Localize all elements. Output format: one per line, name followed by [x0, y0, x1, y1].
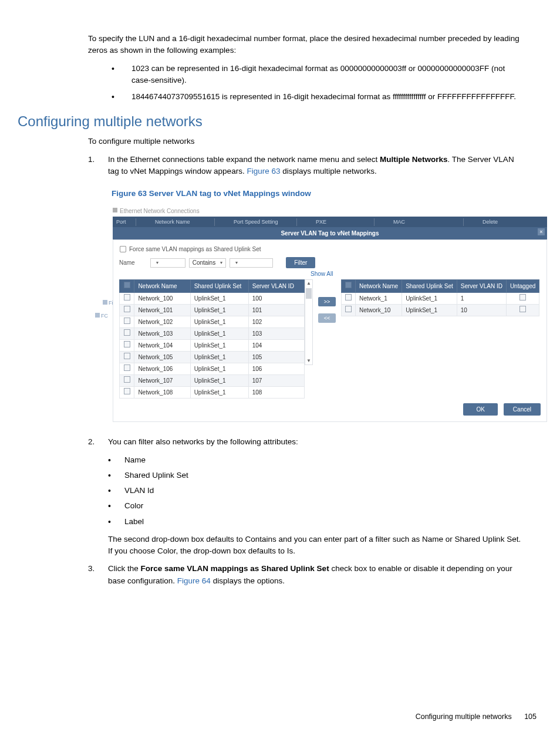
table-row[interactable]: Network_100UplinkSet_1100	[120, 293, 305, 305]
cell-network: Network_103	[134, 328, 190, 340]
step-text: You can filter also networks by the foll…	[108, 437, 298, 446]
col-server-vlan[interactable]: Server VLAN ID	[248, 280, 304, 293]
scroll-down-icon[interactable]: ▼	[306, 357, 311, 364]
cell-vlan: 108	[248, 387, 304, 399]
filter-button[interactable]: Filter	[286, 257, 315, 268]
mappings-panel: Force same VLAN mappings as Shared Uplin…	[113, 239, 547, 422]
cell-network: Network_108	[134, 387, 190, 399]
col-mac[interactable]: MAC	[393, 218, 464, 227]
step-bold: Multiple Networks	[380, 155, 448, 164]
filter-operator-select[interactable]: Contains	[189, 258, 226, 268]
filter-name-label: Name	[119, 258, 135, 267]
available-networks-table: Network Name Shared Uplink Set Server VL…	[119, 279, 305, 399]
col-delete[interactable]: Delete	[483, 218, 512, 227]
row-checkbox[interactable]	[124, 376, 130, 383]
col-shared-uplink[interactable]: Shared Uplink Set	[190, 280, 248, 293]
step-3: Click the Force same VLAN mappings as Sh…	[88, 563, 525, 587]
figure-link[interactable]: Figure 64	[177, 576, 211, 585]
filter-row: Name Contains Filter	[119, 257, 541, 268]
cell-uplink: UplinkSet_1	[190, 305, 248, 316]
row-checkbox[interactable]	[124, 388, 130, 394]
untagged-checkbox[interactable]	[519, 294, 526, 301]
step-tail: The second drop-down box defaults to Con…	[108, 534, 525, 558]
step-text: Click the	[108, 564, 141, 573]
cell-uplink: UplinkSet_1	[402, 293, 457, 305]
table-row[interactable]: Network_102UplinkSet_1102	[120, 316, 305, 328]
select-all-right[interactable]	[342, 280, 356, 293]
cancel-button[interactable]: Cancel	[504, 403, 541, 416]
col-network-name[interactable]: Network Name	[356, 280, 402, 293]
untagged-checkbox[interactable]	[519, 306, 526, 312]
cell-vlan: 10	[457, 305, 506, 316]
list-item: Label	[108, 516, 513, 528]
filter-value-input[interactable]	[230, 258, 273, 268]
force-vlan-row: Force same VLAN mappings as Shared Uplin…	[119, 245, 541, 254]
cell-uplink: UplinkSet_1	[190, 375, 248, 387]
force-vlan-checkbox[interactable]	[120, 246, 126, 252]
dialog-buttons: OK Cancel	[119, 403, 541, 416]
figure-link[interactable]: Figure 63	[247, 167, 280, 175]
table-row[interactable]: Network_103UplinkSet_1103	[120, 328, 305, 340]
steps-list: In the Ethernet connections table expand…	[88, 154, 525, 178]
ok-button[interactable]: OK	[463, 403, 497, 416]
row-checkbox[interactable]	[124, 294, 130, 301]
select-all-left[interactable]	[120, 280, 134, 293]
table-row[interactable]: Network_10UplinkSet_110	[342, 305, 539, 316]
row-checkbox[interactable]	[345, 306, 352, 312]
filter-attribute-select[interactable]	[150, 258, 185, 268]
table-row[interactable]: Network_106UplinkSet_1106	[120, 363, 305, 375]
table-row[interactable]: Network_105UplinkSet_1105	[120, 352, 305, 363]
page-number: 105	[524, 713, 537, 721]
table-row[interactable]: Network_101UplinkSet_1101	[120, 305, 305, 316]
list-item: Name	[108, 454, 513, 466]
left-scrollbar[interactable]: ▲ ▼	[305, 279, 313, 365]
subheader-title: Server VLAN Tag to vNet Mappings	[281, 230, 379, 237]
col-pxe[interactable]: PXE	[316, 218, 375, 227]
row-checkbox[interactable]	[124, 341, 130, 347]
table-row[interactable]: Network_108UplinkSet_1108	[120, 387, 305, 399]
table-row[interactable]: Network_104UplinkSet_1104	[120, 340, 305, 352]
cell-uplink: UplinkSet_1	[190, 363, 248, 375]
row-checkbox[interactable]	[124, 364, 130, 371]
col-port-speed[interactable]: Port Speed Setting	[234, 218, 297, 227]
cell-vlan: 106	[248, 363, 304, 375]
table-row[interactable]: Network_107UplinkSet_1107	[120, 375, 305, 387]
cell-vlan: 105	[248, 352, 304, 363]
cell-vlan: 104	[248, 340, 304, 352]
col-network-name[interactable]: Network Name	[134, 280, 190, 293]
transfer-buttons: >> <<	[313, 279, 341, 323]
move-right-button[interactable]: >>	[318, 297, 336, 306]
list-item: 1023 can be represented in 16-digit hexa…	[112, 63, 525, 87]
cell-uplink: UplinkSet_1	[402, 305, 457, 316]
show-all-link[interactable]: Show All	[311, 269, 541, 278]
col-shared-uplink[interactable]: Shared Uplink Set	[402, 280, 457, 293]
cell-vlan: 107	[248, 375, 304, 387]
steps-list-continued: You can filter also networks by the foll…	[88, 436, 525, 587]
side-tab-1: Fi	[103, 299, 113, 308]
selected-networks-table: Network Name Shared Uplink Set Server VL…	[341, 279, 539, 316]
window-title: Ethernet Network Connections	[113, 207, 547, 215]
col-port[interactable]: Port	[116, 218, 136, 227]
table-row[interactable]: Network_1UplinkSet_11	[342, 293, 539, 305]
row-checkbox[interactable]	[124, 329, 130, 336]
cell-uplink: UplinkSet_1	[190, 387, 248, 399]
scroll-up-icon[interactable]: ▲	[306, 280, 311, 287]
step-1: In the Ethernet connections table expand…	[88, 154, 525, 178]
col-server-vlan[interactable]: Server VLAN ID	[457, 280, 506, 293]
close-icon[interactable]: ×	[538, 228, 545, 235]
row-checkbox[interactable]	[124, 318, 130, 324]
header-row: Port Network Name Port Speed Setting PXE…	[113, 217, 547, 227]
row-checkbox[interactable]	[124, 353, 130, 359]
col-network-name[interactable]: Network Name	[155, 218, 215, 227]
cell-uplink: UplinkSet_1	[190, 316, 248, 328]
section-intro: To configure multiple networks	[88, 136, 525, 147]
scroll-thumb[interactable]	[306, 288, 312, 299]
cell-uplink: UplinkSet_1	[190, 328, 248, 340]
cell-vlan: 103	[248, 328, 304, 340]
move-left-button[interactable]: <<	[318, 313, 336, 323]
row-checkbox[interactable]	[124, 306, 130, 312]
force-vlan-label: Force same VLAN mappings as Shared Uplin…	[129, 245, 261, 254]
col-untagged[interactable]: Untagged	[506, 280, 539, 293]
row-checkbox[interactable]	[345, 294, 352, 301]
cell-vlan: 1	[457, 293, 506, 305]
